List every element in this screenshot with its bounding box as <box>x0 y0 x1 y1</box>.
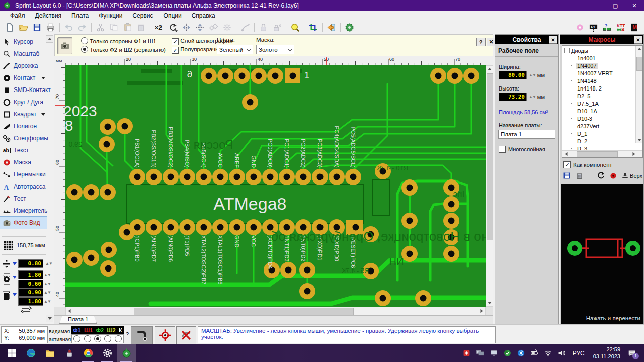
scroll-up-icon[interactable] <box>636 46 642 52</box>
delete-macro-button[interactable] <box>575 171 584 180</box>
checkbox-translucent[interactable]: ✓ Полупрозрачно <box>172 46 222 54</box>
sidebar-tool-text[interactable]: abТекст <box>0 144 47 156</box>
close-button[interactable]: ✕ <box>625 0 644 11</box>
x2-button[interactable]: ×2 <box>152 21 166 34</box>
pad-hole-spinner[interactable]: ▲▼ <box>44 282 51 286</box>
board-name-input[interactable]: Плата 1 <box>498 130 555 139</box>
layer-visibility-row[interactable]: Ф1Ш1Ф2Ш2К <box>71 326 124 334</box>
tray-battery-icon[interactable] <box>530 348 540 358</box>
macro-group-root[interactable]: −Диоды <box>564 47 642 54</box>
paste-button[interactable] <box>121 21 134 34</box>
gearball-button[interactable] <box>343 21 356 34</box>
macros-vscrollbar[interactable] <box>635 46 642 143</box>
menu-Плата[interactable]: Плата <box>66 11 94 21</box>
zoomy-button[interactable] <box>288 21 302 34</box>
smd-width-value[interactable]: 0.90 <box>18 288 43 297</box>
tray-alert-icon[interactable] <box>462 348 472 358</box>
notifications-button[interactable]: 1 <box>627 348 637 358</box>
swap-values-button[interactable] <box>20 306 32 313</box>
layer-visible-Ш1[interactable]: Ш1 <box>84 327 93 333</box>
taskbar-explorer[interactable] <box>40 344 59 362</box>
board-height-value[interactable]: 73.20 <box>499 93 527 101</box>
smd-size-control[interactable]: 0.90▲▼ 1.80▲▼ <box>2 288 51 306</box>
macro-item[interactable]: D_2 <box>564 137 642 145</box>
scroll-right-icon[interactable] <box>478 308 485 314</box>
multilayer-checkbox[interactable] <box>499 146 506 153</box>
multilayer-option[interactable]: Многослойная <box>495 139 558 153</box>
macros-hscrollbar[interactable] <box>562 150 643 157</box>
grid-indicator[interactable]: 158,75 мкм <box>3 240 45 250</box>
open-button[interactable] <box>17 21 30 34</box>
hide-connections-button[interactable] <box>176 326 196 344</box>
hscroll-thumb[interactable] <box>134 308 354 315</box>
lock-button[interactable] <box>257 21 270 34</box>
ktt-button[interactable]: KTT <box>614 21 627 34</box>
sidebar-tool-track[interactable]: Дорожка <box>0 60 47 72</box>
smd-height-value[interactable]: 1.80 <box>18 297 43 306</box>
macro-item[interactable]: 1N4007 <box>564 62 642 69</box>
menu-Справка[interactable]: Справка <box>187 11 220 21</box>
scroll-down-icon[interactable] <box>636 137 642 143</box>
menu-Файл[interactable]: Файл <box>5 11 30 21</box>
smd-size-dropdown-icon[interactable] <box>13 293 17 296</box>
tree-collapse-icon[interactable]: − <box>564 48 570 53</box>
tray-volume-icon[interactable] <box>557 348 567 358</box>
sidebar-scroll-down[interactable] <box>46 315 53 322</box>
sidebar-tool-test[interactable]: Тест <box>0 193 47 205</box>
track-width-control[interactable]: 0.80 ▲▼ <box>2 259 52 268</box>
minimize-button[interactable]: ─ <box>587 0 606 11</box>
menu-Опции[interactable]: Опции <box>158 11 187 21</box>
checkbox-translucent-box[interactable]: ✓ <box>172 47 179 54</box>
helpparts-button[interactable]: ? <box>600 21 614 34</box>
layer-active-К[interactable] <box>115 335 122 342</box>
smd-height-spinner[interactable]: ▲▼ <box>44 299 51 304</box>
scroll-left-icon[interactable] <box>562 151 569 157</box>
sidebar-scroll-up[interactable] <box>46 35 53 43</box>
sidebar-tool-measure[interactable]: Измеритель <box>0 205 47 217</box>
taskbar-settings[interactable] <box>98 344 117 362</box>
taskbar-edge[interactable] <box>21 344 40 362</box>
macro-preview[interactable]: Нажать и перенести <box>561 184 643 325</box>
layer-active-Ф2[interactable] <box>94 335 101 342</box>
dropdown-arrow-icon[interactable] <box>41 77 45 79</box>
tray-wifi-icon[interactable] <box>543 348 553 358</box>
record-macro-button[interactable] <box>609 172 617 180</box>
maximize-button[interactable]: ▢ <box>606 0 625 11</box>
scroll-right-icon[interactable] <box>630 151 637 157</box>
board-height-spinner[interactable]: ▲▼ <box>529 95 536 99</box>
macro-item[interactable]: D2_5 <box>564 92 642 100</box>
macro-item[interactable]: D7.5_1A <box>564 100 642 107</box>
radio-f2-sh2-circle[interactable] <box>81 46 88 53</box>
radio-f1-sh1-circle[interactable] <box>81 37 88 44</box>
taskbar-start[interactable] <box>2 344 21 362</box>
tray-monitor-icon[interactable] <box>489 348 499 358</box>
tab-board-1[interactable]: Плата 1 <box>59 316 97 324</box>
macros-close-icon[interactable]: ✕ <box>634 36 642 44</box>
canvas-hscrollbar[interactable] <box>65 307 486 315</box>
sidebar-tool-cursor[interactable]: Курсор <box>0 36 47 48</box>
pcb-canvas[interactable]: PB1(OC1A)PB2(SS/OC1B)PB3(MOSI/OC2)PB4(MI… <box>65 65 486 307</box>
taskbar-sprint[interactable] <box>117 344 136 362</box>
layer-visible-Ф1[interactable]: Ф1 <box>73 327 81 333</box>
layer-active-row[interactable] <box>71 334 124 343</box>
radio-f2-sh2[interactable]: Только Ф2 и Ш2 (зеркально) <box>81 46 166 53</box>
redo-button[interactable] <box>75 21 89 34</box>
save-macro-button[interactable] <box>562 171 571 180</box>
copy-button[interactable] <box>107 21 121 34</box>
macro-item[interactable]: D10_1A <box>564 107 642 115</box>
sidebar-tool-pad[interactable]: Контакт <box>0 72 47 84</box>
macro-item[interactable]: d237Vert <box>564 122 642 130</box>
scroll-down-icon[interactable] <box>486 300 493 306</box>
clock[interactable]: 22:59 03.11.2023 <box>590 346 623 360</box>
language-indicator[interactable]: РУС <box>571 350 587 357</box>
photo-mode-button[interactable] <box>57 37 72 54</box>
tray-monitors-icon[interactable] <box>475 348 486 358</box>
board-width-value[interactable]: 80.00 <box>499 71 527 79</box>
macro-item[interactable]: 1N4007 VERT <box>564 69 642 77</box>
mred-button[interactable]: M <box>627 21 641 34</box>
sidebar-tool-polygon[interactable]: Полигон <box>0 120 47 132</box>
new-button[interactable] <box>3 21 17 34</box>
as-component-checkbox[interactable]: ✓ <box>564 161 571 168</box>
checkbox-silkscreen-box[interactable]: ✓ <box>172 38 179 45</box>
menu-Функции[interactable]: Функции <box>94 11 127 21</box>
